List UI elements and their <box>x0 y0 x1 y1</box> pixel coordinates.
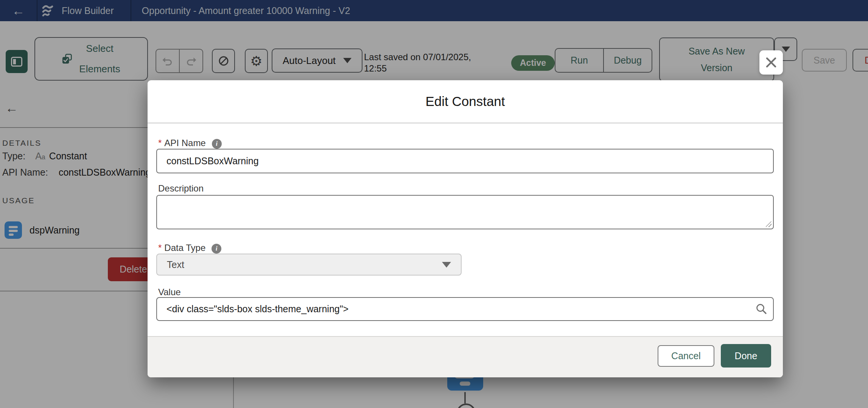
data-type-select-disabled[interactable]: Text <box>156 254 462 276</box>
edit-constant-modal: Edit Constant * API Name i Description *… <box>148 80 783 377</box>
info-icon[interactable]: i <box>212 244 221 254</box>
description-textarea[interactable] <box>156 195 774 229</box>
data-type-selected-value: Text <box>167 259 184 270</box>
search-icon[interactable] <box>756 303 767 315</box>
data-type-field-label: Data Type <box>164 243 205 253</box>
modal-close-button[interactable] <box>759 50 783 75</box>
data-type-label-row: * Data Type i <box>158 242 221 254</box>
description-label-row: Description <box>158 183 204 194</box>
required-asterisk: * <box>158 138 162 148</box>
api-name-field-label: API Name <box>164 138 205 148</box>
value-label-row: Value <box>158 287 181 297</box>
modal-title: Edit Constant <box>425 94 505 109</box>
close-icon <box>764 56 778 69</box>
cancel-button[interactable]: Cancel <box>658 345 714 367</box>
chevron-down-icon <box>442 262 451 268</box>
modal-footer: Cancel Done <box>148 336 783 377</box>
info-icon[interactable]: i <box>212 139 222 149</box>
description-field-label: Description <box>158 183 204 194</box>
flow-builder-app: ← Flow Builder Opportunity - Amount grea… <box>0 0 868 408</box>
api-name-label-row: * API Name i <box>158 137 222 149</box>
required-asterisk: * <box>158 243 162 253</box>
value-input[interactable] <box>156 297 774 321</box>
done-button[interactable]: Done <box>721 344 771 368</box>
resize-handle[interactable] <box>766 221 772 227</box>
api-name-input[interactable] <box>156 149 774 173</box>
modal-header: Edit Constant <box>148 80 783 123</box>
value-field-wrap <box>156 297 774 321</box>
value-field-label: Value <box>158 287 181 297</box>
